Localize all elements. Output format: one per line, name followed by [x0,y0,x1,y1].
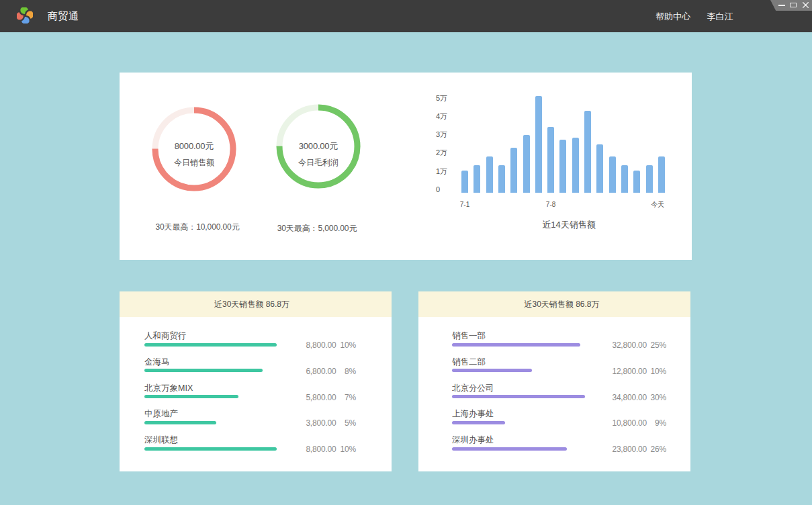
rank-row-bar [452,421,505,424]
rank-row-value: 12,800.00 [586,367,647,376]
overview-card: 8000.00元 今日销售额 30天最高：10,000.00元 3000.00元… [120,73,692,260]
rank-row-percent: 10% [329,445,356,454]
y-axis-tick-label: 1万 [436,168,447,175]
close-button[interactable] [800,0,812,11]
today-sales-label: 今日销售额 [140,157,248,169]
sales-bar [523,135,530,193]
x-axis-tick-label: 7-8 [531,201,571,208]
rank-row-value: 8,800.00 [276,445,336,454]
rank-row-bar [452,369,532,372]
rank-row: 深圳办事处23,800.0026% [418,443,690,469]
sales-bar [596,144,603,193]
rank-row-value: 6,800.00 [276,367,336,376]
user-menu[interactable]: 李白江 [707,0,733,32]
close-icon [803,2,809,8]
rank-row-bar [144,395,238,398]
rank-row-value: 3,800.00 [276,418,336,428]
sales-bar [609,156,616,193]
maximize-icon [790,3,797,7]
sales-bar [658,156,665,193]
rank-row-bar [452,447,567,451]
today-profit-value: 3000.00元 [265,140,372,152]
rank-row-value: 34,800.00 [586,393,647,402]
department-rank-header: 近30天销售额 86.8万 [418,291,690,317]
rank-row-label: 中原地产 [144,408,178,420]
maximize-button[interactable] [788,0,800,11]
sales-bar [510,148,517,193]
rank-row-label: 金海马 [144,357,170,368]
rank-row-label: 北京分公司 [452,383,494,394]
sales-bar [547,127,554,193]
sales-bar [461,171,468,193]
rank-row-bar [144,369,263,372]
minimize-icon [778,5,785,6]
sales-bar [646,165,653,193]
app-logo-pinwheel-icon [17,7,33,24]
app-title: 商贸通 [48,0,79,32]
sales-bar [633,171,640,193]
sales-bar [621,165,628,193]
rank-row-label: 深圳办事处 [452,434,494,446]
customer-rank-card: 近30天销售额 86.8万 人和商贸行8,800.0010%金海马6,800.0… [120,291,392,471]
help-center-menu[interactable]: 帮助中心 [656,0,690,32]
rank-row-bar [144,447,277,451]
rank-row-label: 销售二部 [452,357,486,368]
minimize-button[interactable] [776,0,788,11]
rank-row-label: 人和商贸行 [144,330,187,342]
rank-row-percent: 9% [639,418,666,428]
sales-bar [498,165,505,193]
rank-row-percent: 8% [329,367,356,376]
today-profit-caption: 30天最高：5,000.00元 [243,223,391,234]
sales-bar [535,96,542,193]
rank-row-bar [452,343,580,347]
rank-row-value: 5,800.00 [276,393,336,402]
rank-row-value: 23,800.00 [586,445,647,454]
rank-row-percent: 26% [639,445,666,454]
rank-row: 深圳联想8,800.0010% [120,443,392,469]
today-profit-label: 今日毛利润 [265,157,372,169]
x-axis-tick-label: 7-1 [445,201,485,208]
rank-row-percent: 25% [639,340,666,350]
rank-row-bar [144,343,277,347]
rank-row-value: 10,800.00 [586,418,647,428]
rank-row-percent: 10% [329,340,356,350]
y-axis-tick-label: 5万 [436,95,447,102]
sales-bar [559,140,566,193]
y-axis-tick-label: 2万 [436,149,447,156]
titlebar: 商贸通 帮助中心 李白江 [0,0,812,32]
sales-14d-chart-caption: 近14天销售额 [502,219,636,231]
department-rank-title: 近30天销售额 86.8万 [433,291,690,317]
customer-rank-title: 近30天销售额 86.8万 [120,291,384,317]
customer-rank-header: 近30天销售额 86.8万 [120,291,392,317]
rank-row-bar [144,421,216,424]
rank-row-label: 深圳联想 [144,434,178,446]
sales-bar [584,111,591,193]
rank-row-percent: 5% [329,418,356,428]
rank-row-label: 上海办事处 [452,408,494,420]
sales-bar [572,138,579,193]
rank-row-label: 销售一部 [452,330,486,342]
rank-row-label: 北京万象MIX [144,383,193,394]
rank-row-bar [452,395,585,398]
rank-row-value: 8,800.00 [276,340,336,350]
department-rank-card: 近30天销售额 86.8万 销售一部32,800.0025%销售二部12,800… [418,291,690,471]
y-axis-tick-label: 3万 [436,131,447,138]
rank-row-percent: 10% [639,367,666,376]
rank-row-percent: 30% [639,393,666,402]
x-axis-tick-label: 今天 [637,201,678,208]
sales-bar [486,156,493,193]
y-axis-tick-label: 0 [436,186,440,193]
rank-row-value: 32,800.00 [586,340,647,350]
today-sales-value: 8000.00元 [140,140,248,152]
y-axis-tick-label: 4万 [436,113,447,120]
rank-row-percent: 7% [329,393,356,402]
sales-bar [473,165,480,193]
